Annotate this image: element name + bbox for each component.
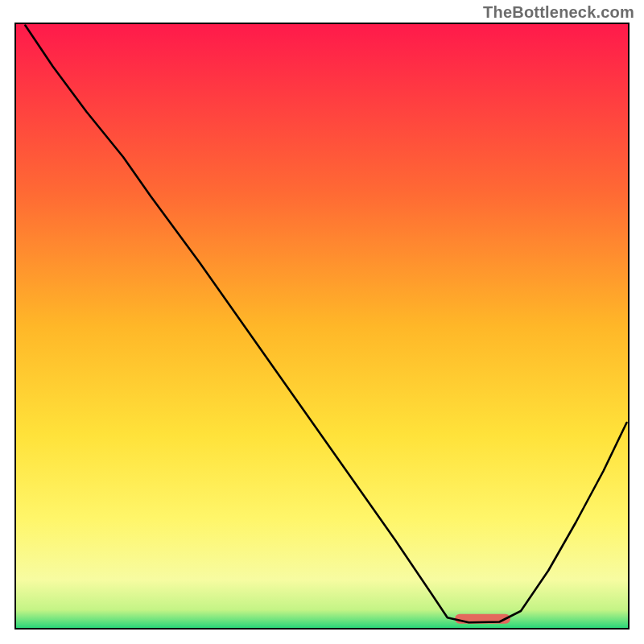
chart-plot-area (14, 23, 630, 630)
watermark-text: TheBottleneck.com (483, 3, 634, 22)
chart-canvas (16, 24, 628, 628)
